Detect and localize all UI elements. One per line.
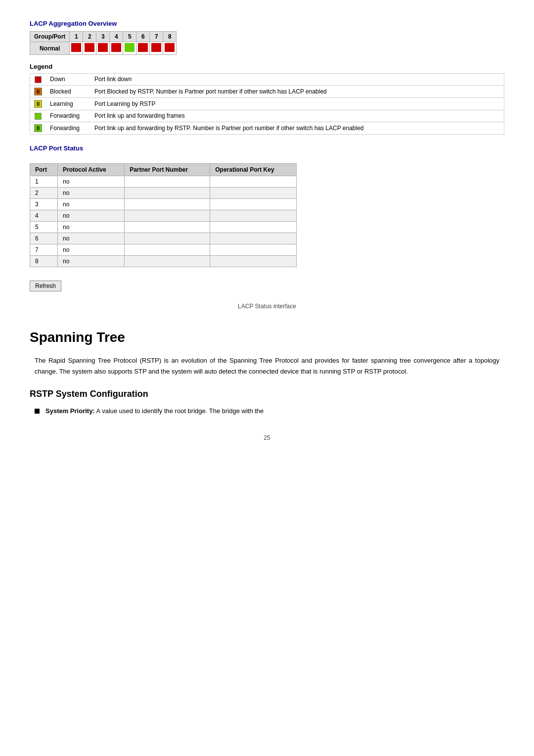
refresh-button[interactable]: Refresh [30, 281, 61, 291]
legend-table: DownPort link down0BlockedPort Blocked b… [30, 73, 504, 135]
port-status-table: PortProtocol ActivePartner Port NumberOp… [30, 163, 297, 267]
lacp-aggregation-section: LACP Aggregation Overview Group/Port1234… [30, 20, 504, 310]
lacp-aggregation-title: LACP Aggregation Overview [30, 20, 504, 27]
bullet-item: System Priority: A value used to identif… [30, 407, 504, 415]
spanning-tree-body: The Rapid Spanning Tree Protocol (RSTP) … [30, 355, 504, 377]
aggregation-table: Group/Port12345678 Normal [30, 31, 177, 55]
lacp-port-status-title: LACP Port Status [30, 144, 504, 152]
bullet-square-icon [35, 409, 40, 414]
legend-title: Legend [30, 63, 504, 70]
spanning-tree-title: Spanning Tree [30, 330, 504, 345]
page-number: 25 [30, 434, 504, 441]
rstp-config-title: RSTP System Configuration [30, 389, 504, 399]
lacp-caption: LACP Status interface [30, 303, 504, 310]
spanning-tree-section: Spanning Tree The Rapid Spanning Tree Pr… [30, 330, 504, 415]
